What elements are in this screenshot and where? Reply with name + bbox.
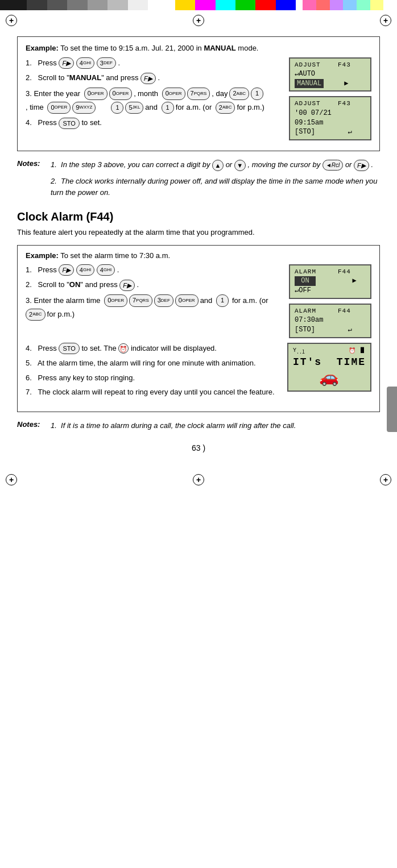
key-sto-a: STO (59, 343, 79, 355)
example2-desc: To set the alarm time to 7:30 a.m. (60, 251, 170, 260)
alarm-step2: 2. Scroll to "ON" and press F▶ . (26, 279, 283, 291)
key-4ghi-a2: 4GHI (97, 264, 115, 276)
example2-box: Example: To set the alarm time to 7:30 a… (17, 245, 380, 412)
alarm-steps-lower: 4. Press STO to set. The ⏰ indicator wil… (26, 343, 371, 401)
its-time-screen-container: Y..l ⏰ ▐▌ IT's TIME 🚗 (287, 343, 371, 392)
key-7pqrs-a: 7PQRS (129, 294, 152, 307)
key-2abc: 2ABC (229, 88, 249, 100)
alarm-clock-icon: ⏰ (349, 347, 355, 355)
top-registration-marks (0, 10, 397, 31)
key-0oper-4: 0OPER (47, 102, 71, 114)
example1-mode-suffix: mode. (236, 44, 259, 52)
key-4ghi: 4GHI (76, 57, 94, 69)
note1-item1: 1. In the step 3 above, you can correct … (51, 159, 380, 171)
alarm-step1-screen: 1. Press F▶ 4GHI 4GHI . 2. Scroll to "ON… (26, 264, 371, 338)
example1-mode: MANUAL (204, 44, 235, 52)
side-tab (387, 387, 397, 432)
notes2-label: Notes: (17, 420, 48, 436)
alarm-screen1-line3: ↵OFF (295, 286, 366, 296)
reg-mark-top-left (6, 15, 17, 26)
key-0oper-a2: 0OPER (175, 294, 198, 307)
example1-box: Example: To set the time to 9:15 a.m. Ju… (17, 36, 380, 151)
key-0oper-1: 0OPER (84, 88, 107, 100)
key-0oper-2: 0OPER (109, 88, 133, 100)
alarm-steps-part2: 4. Press STO to set. The ⏰ indicator wil… (26, 343, 282, 401)
example1-steps: 1. Press F▶ 4GHI 3DEF . 2. Scroll to "MA… (26, 57, 283, 133)
key-rcl: ◄Rcl (322, 160, 343, 171)
reg-mark-bottom-left (6, 474, 17, 485)
key-0oper-3: 0OPER (162, 88, 185, 100)
key-4ghi-a1: 4GHI (76, 264, 94, 276)
alarm-step1: 1. Press F▶ 4GHI 4GHI . (26, 264, 283, 276)
color-bar-top (0, 0, 397, 10)
alarm-step6: 6. Press any key to stop ringing. (26, 372, 282, 384)
alarm-screens-part1: ALARM F44 ON ▶ ↵OFF ALARM F44 07:30am [S… (289, 264, 371, 338)
key-3def-a: 3DEF (154, 294, 173, 307)
example1-step3: 3. Enter the year 0OPER 0OPER , month 0O… (26, 88, 283, 114)
example2-label: Example: (26, 251, 59, 260)
down-arrow-key: ▼ (234, 160, 246, 171)
notes1-content: 1. In the step 3 above, you can correct … (51, 159, 380, 202)
example2-title: Example: To set the alarm time to 7:30 a… (26, 251, 371, 260)
example1-title: Example: To set the time to 9:15 a.m. Ju… (26, 43, 371, 54)
key-1b: 1 (111, 102, 123, 114)
note1-item2: 2. The clock works internally during pow… (51, 176, 380, 198)
key-f2: F▶ (140, 73, 156, 85)
alarm-lcd-screen2: ALARM F44 07:30am [STO] ↵ (289, 304, 371, 338)
its-time-status-bar: Y..l ⏰ ▐▌ (293, 347, 366, 355)
reg-mark-top-right (380, 15, 391, 26)
example1-screens: ADJUST F43 ↵AUTO MANUAL ▶ ADJUST F43 '00… (289, 57, 371, 141)
screen2-line3: 09:15am (295, 118, 366, 128)
alarm-indicator-icon: ⏰ (118, 343, 129, 354)
key-fa2: F▶ (119, 280, 135, 292)
alarm-step7: 7. The clock alarm will repeat to ring e… (26, 387, 282, 398)
alarm-steps-part1: 1. Press F▶ 4GHI 4GHI . 2. Scroll to "ON… (26, 264, 283, 325)
example1-desc: To set the time to 9:15 a.m. Jul. 21, 20… (60, 44, 204, 52)
notes2-content: 1. If it is a time to alarm during a cal… (51, 420, 380, 436)
key-1a: 1 (251, 88, 263, 100)
alarm-step3: 3. Enter the alarm time 0OPER 7PQRS 3DEF… (26, 294, 283, 321)
alarm-on-highlight: ON (295, 276, 316, 286)
example1-step1: 1. Press F▶ 4GHI 3DEF . (26, 57, 283, 69)
its-time-text: IT's TIME (293, 356, 366, 368)
key-1c: 1 (162, 102, 174, 114)
example1-step4: 4. Press STO to set. (26, 117, 283, 129)
notes2-item1: 1. If it is a time to alarm during a cal… (51, 420, 380, 431)
screen2-line1: ADJUST F43 (295, 99, 366, 108)
alarm-lcd-screen1: ALARM F44 ON ▶ ↵OFF (289, 264, 371, 299)
section-subtext: This feature alert you repeatedly at the… (17, 227, 380, 238)
notes1-label: Notes: (17, 159, 48, 202)
key-f3: F▶ (354, 160, 369, 172)
screen2-line2: '00 07/21 (295, 109, 366, 118)
alarm-step4: 4. Press STO to set. The ⏰ indicator wil… (26, 343, 282, 355)
screen2-line4: [STO] ↵ (295, 127, 366, 137)
its-time-animation-icon: 🚗 (293, 368, 366, 387)
key-2abc-2: 2ABC (216, 102, 235, 114)
key-7pqrs: 7PQRS (187, 88, 210, 100)
notes1-section: Notes: 1. In the step 3 above, you can c… (17, 159, 380, 202)
key-f1: F▶ (59, 57, 74, 69)
alarm-screen2-line1: ALARM F44 (295, 307, 366, 315)
bottom-registration-marks (0, 470, 397, 490)
reg-mark-top-center (193, 15, 204, 26)
page-number: 63 ) (17, 443, 380, 452)
reg-mark-bottom-center (193, 474, 204, 485)
page-bracket: ) (202, 443, 205, 452)
its-time-box: Y..l ⏰ ▐▌ IT's TIME 🚗 (287, 343, 371, 392)
signal-icon: Y..l (293, 347, 305, 355)
screen1-line1: ADJUST F43 (295, 61, 366, 69)
key-2abc-a: 2ABC (26, 309, 46, 321)
alarm-screen2-line2: 07:30am (295, 315, 366, 325)
alarm-screen2-line3: [STO] ↵ (295, 325, 366, 335)
up-arrow-key: ▲ (212, 160, 224, 171)
key-3def: 3DEF (97, 57, 116, 69)
key-5jkl: 5JKL (125, 102, 143, 114)
key-0oper-a: 0OPER (104, 294, 127, 307)
example1-step2: 2. Scroll to "MANUAL" and press F▶ . (26, 72, 283, 84)
screen1-line2: ↵AUTO (295, 69, 366, 79)
key-9wxyz: 9WXYZ (72, 102, 96, 114)
lcd-screen1: ADJUST F43 ↵AUTO MANUAL ▶ (289, 57, 371, 92)
key-sto-1: STO (59, 118, 79, 130)
lcd-screen2: ADJUST F43 '00 07/21 09:15am [STO] ↵ (289, 96, 371, 140)
page-num-text: 63 (192, 443, 201, 452)
